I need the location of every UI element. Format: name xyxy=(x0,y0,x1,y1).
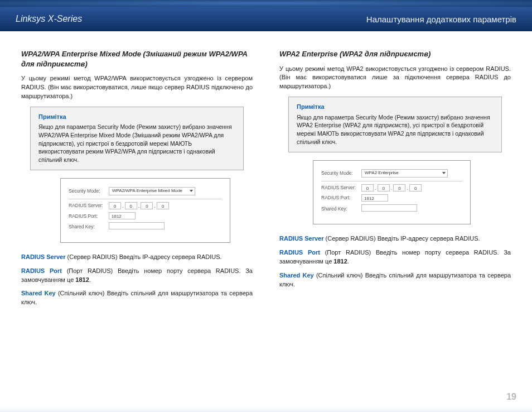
left-config-screenshot: Security Mode: WPA2/WPA Enterprise Mixed… xyxy=(60,178,230,243)
config-security-mode-label: Security Mode: xyxy=(321,170,361,176)
chevron-down-icon xyxy=(190,190,193,192)
def-radius-server: RADIUS Server (Сервер RADIUS) Введіть IP… xyxy=(21,253,253,262)
note-body: Якщо для параметра Security Mode (Режим … xyxy=(297,113,494,146)
left-section-title: WPA2/WPA Enterprise Mixed Mode (Змішаний… xyxy=(21,49,253,69)
config-security-mode-label: Security Mode: xyxy=(69,188,109,194)
def-shared-key: Shared Key (Спільний ключ) Введіть спіль… xyxy=(279,271,511,289)
security-mode-value: WPA2/WPA Enterprise Mixed Mode xyxy=(112,188,182,194)
config-radius-port-label: RADIUS Port: xyxy=(69,213,109,219)
note-body: Якщо для параметра Security Mode (Режим … xyxy=(38,123,235,164)
config-radius-server-label: RADIUS Server: xyxy=(69,202,109,209)
term-shared-key: Shared Key xyxy=(21,290,56,296)
config-shared-key-label: Shared Key: xyxy=(69,223,109,230)
radius-port-input[interactable]: 1812 xyxy=(361,194,388,202)
chevron-down-icon xyxy=(442,172,446,174)
config-radius-port-label: RADIUS Port: xyxy=(321,194,361,201)
right-note-box: Примітка Якщо для параметра Security Mod… xyxy=(288,97,502,152)
term-shared-key: Shared Key xyxy=(279,272,314,279)
ip-octet-input[interactable]: 0 xyxy=(141,202,153,209)
right-column: WPA2 Enterprise (WPA2 для підприємств) У… xyxy=(266,49,520,395)
def-radius-port: RADIUS Port (Порт RADIUS) Введіть номер … xyxy=(279,248,511,266)
ip-octet-input[interactable]: 0 xyxy=(393,184,405,191)
shared-key-input[interactable] xyxy=(361,204,417,212)
def-shared-key: Shared Key (Спільний ключ) Введіть спіль… xyxy=(21,289,253,307)
right-intro: У цьому режимі метод WPA2 використовуєть… xyxy=(279,65,511,92)
config-radius-server-label: RADIUS Server: xyxy=(321,184,361,191)
ip-octet-input[interactable]: 0 xyxy=(378,184,390,191)
ip-octet-input[interactable]: 0 xyxy=(125,202,137,209)
security-mode-select[interactable]: WPA2/WPA Enterprise Mixed Mode xyxy=(109,187,195,195)
divider xyxy=(321,181,462,181)
header-right-title: Налаштування додаткових параметрів xyxy=(366,15,516,24)
ip-octet-input[interactable]: 0 xyxy=(157,202,169,209)
term-radius-server: RADIUS Server xyxy=(279,235,323,242)
term-radius-port: RADIUS Port xyxy=(279,249,320,256)
radius-port-input[interactable]: 1812 xyxy=(109,212,136,219)
page-top-edge xyxy=(0,0,532,7)
security-mode-value: WPA2 Enterprise xyxy=(365,170,399,176)
note-title: Примітка xyxy=(38,113,235,121)
ip-octet-input[interactable]: 0 xyxy=(361,184,374,191)
config-shared-key-label: Shared Key: xyxy=(321,205,361,212)
divider xyxy=(69,199,222,199)
right-config-screenshot: Security Mode: WPA2 Enterprise RADIUS Se… xyxy=(313,160,471,225)
page-content: WPA2/WPA Enterprise Mixed Mode (Змішаний… xyxy=(0,42,532,395)
term-radius-server: RADIUS Server xyxy=(21,253,65,260)
term-radius-port: RADIUS Port xyxy=(21,267,62,274)
def-radius-server: RADIUS Server (Сервер RADIUS) Введіть IP… xyxy=(279,234,511,243)
left-note-box: Примітка Якщо для параметра Security Mod… xyxy=(30,107,244,170)
shared-key-input[interactable] xyxy=(109,222,165,229)
left-intro: У цьому режимі метод WPA2/WPA використов… xyxy=(21,74,253,101)
note-title: Примітка xyxy=(297,103,494,111)
ip-octet-input[interactable]: 0 xyxy=(409,184,422,191)
security-mode-select[interactable]: WPA2 Enterprise xyxy=(361,169,448,178)
right-section-title: WPA2 Enterprise (WPA2 для підприємств) xyxy=(279,49,511,59)
page-header: Linksys X-Series Налаштування додаткових… xyxy=(0,7,532,31)
def-radius-port: RADIUS Port (Порт RADIUS) Введіть номер … xyxy=(21,267,253,285)
ip-octet-input[interactable]: 0 xyxy=(109,202,121,209)
page-bottom-edge xyxy=(0,406,532,412)
header-left-title: Linksys X-Series xyxy=(16,14,82,24)
left-column: WPA2/WPA Enterprise Mixed Mode (Змішаний… xyxy=(12,49,266,395)
page-number: 19 xyxy=(506,392,516,402)
